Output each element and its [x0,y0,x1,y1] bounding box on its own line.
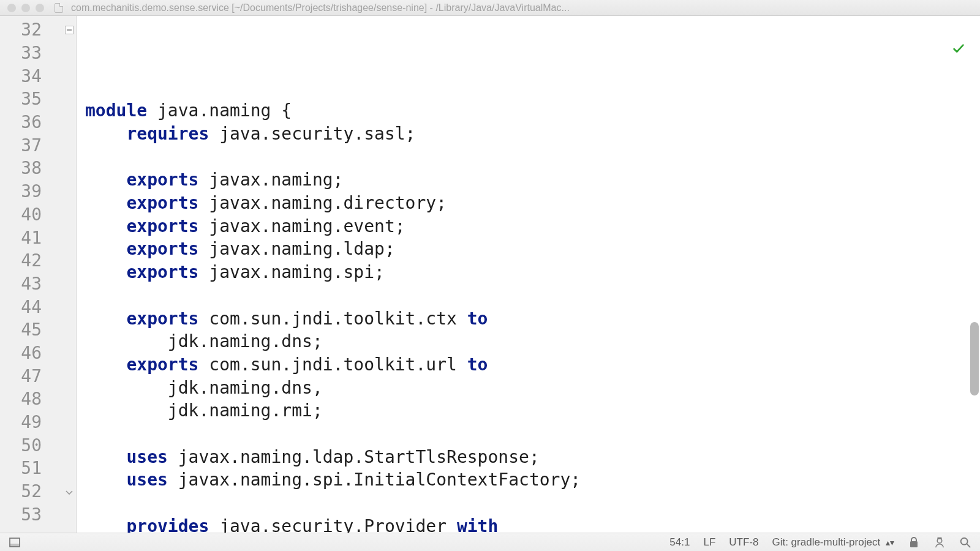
search-icon[interactable] [959,536,971,549]
gutter-line[interactable]: 40 [0,203,76,227]
code-line[interactable]: exports javax.naming.ldap; [77,238,980,261]
code-line[interactable]: requires java.security.sasl; [77,122,980,146]
code-line[interactable]: exports javax.naming.spi; [77,261,980,284]
code-line[interactable]: module java.naming { [77,99,980,122]
svg-rect-6 [937,537,941,539]
code-line[interactable]: uses javax.naming.spi.InitialContextFact… [77,468,980,492]
git-branch-label: Git: gradle-multi-project [772,536,880,549]
line-separator-label: LF [703,536,715,549]
gutter-line[interactable]: 50 [0,434,76,457]
editor[interactable]: 3233343536373839404142434445464748495051… [0,16,980,533]
code-line[interactable]: exports javax.naming.directory; [77,192,980,215]
code-line[interactable]: jdk.naming.rmi; [77,399,980,422]
file-encoding-label: UTF-8 [729,536,758,549]
svg-point-7 [961,538,968,544]
titlebar: com.mechanitis.demo.sense.service [~/Doc… [0,0,980,16]
gutter-line[interactable]: 46 [0,342,76,365]
svg-point-5 [937,538,942,543]
gutter-line[interactable]: 42 [0,249,76,272]
gutter-line[interactable]: 53 [0,503,76,527]
close-window-button[interactable] [7,4,16,12]
cursor-position[interactable]: 54:1 [669,536,690,549]
status-bar: 54:1 LF UTF-8 Git: gradle-multi-project … [0,533,980,551]
file-icon [55,3,63,13]
gutter-line[interactable]: 41 [0,227,76,250]
gutter-line[interactable]: 52 [0,480,76,503]
fold-collapse-icon[interactable] [65,26,74,34]
gutter-line[interactable]: 37 [0,134,76,157]
code-line[interactable]: uses javax.naming.ldap.StartTlsResponse; [77,446,980,469]
gutter-line[interactable]: 44 [0,296,76,319]
code-line[interactable]: exports javax.naming.event; [77,215,980,238]
window-title: com.mechanitis.demo.sense.service [~/Doc… [71,2,973,13]
line-separator[interactable]: LF [703,536,715,549]
gutter-line[interactable]: 33 [0,42,76,65]
inspection-ok-icon[interactable] [890,20,965,80]
gutter[interactable]: 3233343536373839404142434445464748495051… [0,16,77,533]
minimize-window-button[interactable] [21,4,30,12]
dropdown-icon: ▴▾ [883,538,894,547]
gutter-line[interactable]: 47 [0,365,76,388]
code-line[interactable]: jdk.naming.dns, [77,377,980,400]
gutter-line[interactable]: 39 [0,180,76,203]
gutter-line[interactable]: 32 [0,18,76,42]
readonly-lock-icon[interactable] [908,536,920,549]
code-line[interactable] [77,146,980,169]
tool-window-toggle-icon[interactable] [9,536,21,549]
git-branch[interactable]: Git: gradle-multi-project ▴▾ [772,536,894,549]
gutter-line[interactable]: 45 [0,318,76,342]
fold-end-icon[interactable] [65,487,74,496]
code-line[interactable] [77,492,980,515]
gutter-line[interactable]: 49 [0,411,76,434]
hector-icon[interactable] [933,536,946,549]
cursor-position-label: 54:1 [669,536,690,549]
gutter-line[interactable]: 34 [0,65,76,88]
gutter-line[interactable]: 35 [0,88,76,111]
code-line[interactable]: exports com.sun.jndi.toolkit.url to [77,353,980,377]
gutter-line[interactable]: 48 [0,388,76,411]
code-line[interactable]: exports javax.naming; [77,168,980,192]
gutter-line[interactable]: 38 [0,157,76,180]
zoom-window-button[interactable] [36,4,44,12]
gutter-line[interactable]: 36 [0,111,76,134]
svg-rect-3 [10,544,20,547]
code-line[interactable]: provides java.security.Provider with [77,515,980,533]
file-encoding[interactable]: UTF-8 [729,536,758,549]
code-line[interactable]: jdk.naming.dns; [77,330,980,353]
code-area[interactable]: module java.naming { requires java.secur… [77,16,980,533]
svg-rect-4 [910,541,918,547]
code-line[interactable] [77,284,980,307]
code-line[interactable]: exports com.sun.jndi.toolkit.ctx to [77,307,980,331]
svg-line-8 [967,544,970,547]
gutter-line[interactable]: 51 [0,457,76,480]
code-line[interactable] [77,422,980,446]
gutter-line[interactable]: 43 [0,272,76,296]
